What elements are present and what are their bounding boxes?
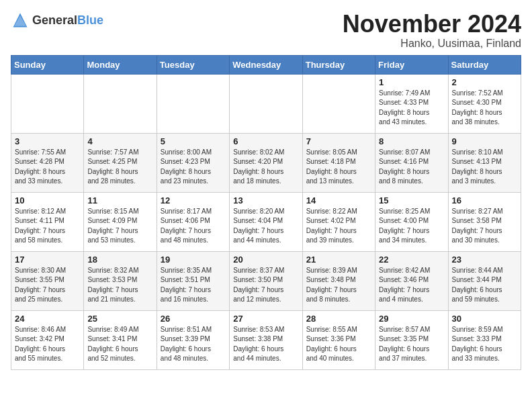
week-row-1: 1Sunrise: 7:49 AM Sunset: 4:33 PM Daylig… (11, 74, 521, 133)
day-cell: 4Sunrise: 7:57 AM Sunset: 4:25 PM Daylig… (84, 133, 157, 192)
day-number: 15 (379, 195, 444, 205)
logo: GeneralBlue (11, 11, 103, 30)
day-info: Sunrise: 8:42 AM Sunset: 3:46 PM Dayligh… (379, 266, 444, 305)
day-number: 28 (306, 314, 371, 324)
day-cell: 22Sunrise: 8:42 AM Sunset: 3:46 PM Dayli… (375, 251, 448, 310)
week-row-3: 10Sunrise: 8:12 AM Sunset: 4:11 PM Dayli… (11, 192, 521, 251)
day-info: Sunrise: 8:57 AM Sunset: 3:35 PM Dayligh… (379, 325, 444, 364)
day-cell (11, 74, 84, 133)
col-header-friday: Friday (375, 55, 448, 74)
logo-icon (11, 11, 30, 30)
logo-general: GeneralBlue (32, 14, 103, 27)
day-number: 12 (161, 195, 226, 205)
day-cell: 25Sunrise: 8:49 AM Sunset: 3:41 PM Dayli… (84, 310, 157, 369)
day-number: 1 (379, 77, 444, 87)
day-cell: 7Sunrise: 8:05 AM Sunset: 4:18 PM Daylig… (302, 133, 375, 192)
day-cell: 20Sunrise: 8:37 AM Sunset: 3:50 PM Dayli… (230, 251, 302, 310)
week-row-5: 24Sunrise: 8:46 AM Sunset: 3:42 PM Dayli… (11, 310, 521, 369)
day-info: Sunrise: 8:49 AM Sunset: 3:41 PM Dayligh… (87, 325, 152, 364)
col-header-wednesday: Wednesday (230, 55, 302, 74)
day-cell: 18Sunrise: 8:32 AM Sunset: 3:53 PM Dayli… (84, 251, 157, 310)
day-info: Sunrise: 8:10 AM Sunset: 4:13 PM Dayligh… (452, 148, 517, 187)
day-number: 13 (233, 195, 298, 205)
day-number: 30 (452, 314, 517, 324)
day-info: Sunrise: 8:25 AM Sunset: 4:00 PM Dayligh… (379, 207, 444, 246)
day-info: Sunrise: 8:00 AM Sunset: 4:23 PM Dayligh… (161, 148, 226, 187)
day-number: 3 (15, 136, 80, 146)
day-cell: 29Sunrise: 8:57 AM Sunset: 3:35 PM Dayli… (375, 310, 448, 369)
col-header-thursday: Thursday (302, 55, 375, 74)
day-info: Sunrise: 8:35 AM Sunset: 3:51 PM Dayligh… (161, 266, 226, 305)
day-info: Sunrise: 8:37 AM Sunset: 3:50 PM Dayligh… (233, 266, 298, 305)
week-row-2: 3Sunrise: 7:55 AM Sunset: 4:28 PM Daylig… (11, 133, 521, 192)
day-cell: 13Sunrise: 8:20 AM Sunset: 4:04 PM Dayli… (230, 192, 302, 251)
day-number: 4 (87, 136, 152, 146)
day-cell: 3Sunrise: 7:55 AM Sunset: 4:28 PM Daylig… (11, 133, 84, 192)
day-cell: 17Sunrise: 8:30 AM Sunset: 3:55 PM Dayli… (11, 251, 84, 310)
day-cell: 8Sunrise: 8:07 AM Sunset: 4:16 PM Daylig… (375, 133, 448, 192)
day-cell: 15Sunrise: 8:25 AM Sunset: 4:00 PM Dayli… (375, 192, 448, 251)
day-info: Sunrise: 8:05 AM Sunset: 4:18 PM Dayligh… (306, 148, 371, 187)
day-number: 14 (306, 195, 371, 205)
day-cell: 21Sunrise: 8:39 AM Sunset: 3:48 PM Dayli… (302, 251, 375, 310)
col-header-tuesday: Tuesday (157, 55, 229, 74)
day-cell: 12Sunrise: 8:17 AM Sunset: 4:06 PM Dayli… (157, 192, 229, 251)
day-number: 29 (379, 314, 444, 324)
day-number: 19 (161, 255, 226, 265)
day-number: 5 (161, 136, 226, 146)
day-cell: 27Sunrise: 8:53 AM Sunset: 3:38 PM Dayli… (230, 310, 302, 369)
day-cell (302, 74, 375, 133)
day-cell: 19Sunrise: 8:35 AM Sunset: 3:51 PM Dayli… (157, 251, 229, 310)
day-info: Sunrise: 7:57 AM Sunset: 4:25 PM Dayligh… (87, 148, 152, 187)
day-number: 22 (379, 255, 444, 265)
col-header-monday: Monday (84, 55, 157, 74)
svg-marker-1 (14, 15, 26, 26)
week-row-4: 17Sunrise: 8:30 AM Sunset: 3:55 PM Dayli… (11, 251, 521, 310)
day-cell (230, 74, 302, 133)
day-number: 8 (379, 136, 444, 146)
day-cell: 5Sunrise: 8:00 AM Sunset: 4:23 PM Daylig… (157, 133, 229, 192)
day-number: 20 (233, 255, 298, 265)
day-number: 10 (15, 195, 80, 205)
location-title: Hanko, Uusimaa, Finland (343, 38, 521, 50)
day-number: 27 (233, 314, 298, 324)
col-header-saturday: Saturday (448, 55, 521, 74)
day-number: 6 (233, 136, 298, 146)
day-info: Sunrise: 8:32 AM Sunset: 3:53 PM Dayligh… (87, 266, 152, 305)
day-cell: 23Sunrise: 8:44 AM Sunset: 3:44 PM Dayli… (448, 251, 521, 310)
day-number: 21 (306, 255, 371, 265)
day-info: Sunrise: 8:30 AM Sunset: 3:55 PM Dayligh… (15, 266, 80, 305)
day-info: Sunrise: 8:17 AM Sunset: 4:06 PM Dayligh… (161, 207, 226, 246)
day-cell: 1Sunrise: 7:49 AM Sunset: 4:33 PM Daylig… (375, 74, 448, 133)
day-cell: 10Sunrise: 8:12 AM Sunset: 4:11 PM Dayli… (11, 192, 84, 251)
day-cell: 2Sunrise: 7:52 AM Sunset: 4:30 PM Daylig… (448, 74, 521, 133)
day-cell: 28Sunrise: 8:55 AM Sunset: 3:36 PM Dayli… (302, 310, 375, 369)
month-title: November 2024 (343, 11, 521, 38)
day-cell: 26Sunrise: 8:51 AM Sunset: 3:39 PM Dayli… (157, 310, 229, 369)
day-cell: 6Sunrise: 8:02 AM Sunset: 4:20 PM Daylig… (230, 133, 302, 192)
day-info: Sunrise: 7:52 AM Sunset: 4:30 PM Dayligh… (452, 89, 517, 128)
calendar-table: SundayMondayTuesdayWednesdayThursdayFrid… (11, 55, 521, 370)
day-info: Sunrise: 8:27 AM Sunset: 3:58 PM Dayligh… (452, 207, 517, 246)
day-info: Sunrise: 8:46 AM Sunset: 3:42 PM Dayligh… (15, 325, 80, 364)
day-info: Sunrise: 8:53 AM Sunset: 3:38 PM Dayligh… (233, 325, 298, 364)
day-cell: 24Sunrise: 8:46 AM Sunset: 3:42 PM Dayli… (11, 310, 84, 369)
day-info: Sunrise: 8:02 AM Sunset: 4:20 PM Dayligh… (233, 148, 298, 187)
day-cell: 16Sunrise: 8:27 AM Sunset: 3:58 PM Dayli… (448, 192, 521, 251)
day-number: 25 (87, 314, 152, 324)
day-number: 11 (87, 195, 152, 205)
col-header-sunday: Sunday (11, 55, 84, 74)
calendar-title-area: November 2024 Hanko, Uusimaa, Finland (343, 11, 521, 50)
day-number: 9 (452, 136, 517, 146)
day-info: Sunrise: 7:55 AM Sunset: 4:28 PM Dayligh… (15, 148, 80, 187)
day-cell (84, 74, 157, 133)
day-number: 24 (15, 314, 80, 324)
day-info: Sunrise: 8:20 AM Sunset: 4:04 PM Dayligh… (233, 207, 298, 246)
day-cell: 30Sunrise: 8:59 AM Sunset: 3:33 PM Dayli… (448, 310, 521, 369)
day-info: Sunrise: 8:15 AM Sunset: 4:09 PM Dayligh… (87, 207, 152, 246)
day-cell: 9Sunrise: 8:10 AM Sunset: 4:13 PM Daylig… (448, 133, 521, 192)
day-number: 26 (161, 314, 226, 324)
day-cell: 11Sunrise: 8:15 AM Sunset: 4:09 PM Dayli… (84, 192, 157, 251)
day-number: 16 (452, 195, 517, 205)
day-info: Sunrise: 8:55 AM Sunset: 3:36 PM Dayligh… (306, 325, 371, 364)
